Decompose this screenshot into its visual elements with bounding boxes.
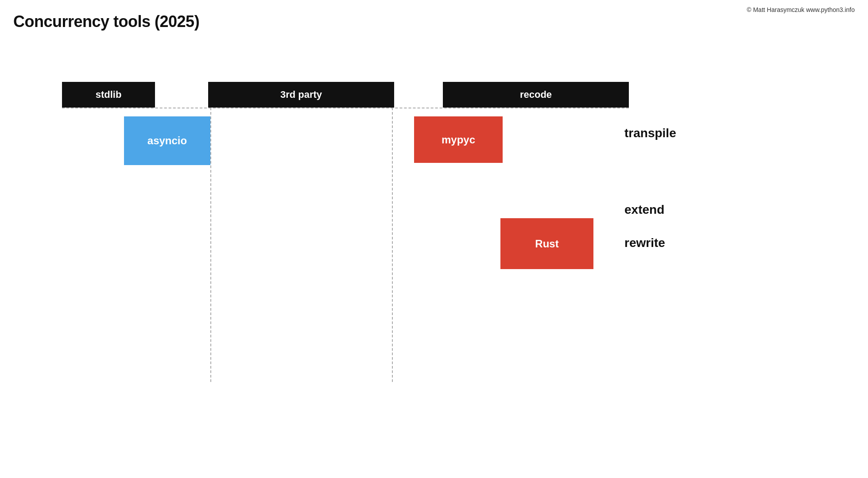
dashed-divider-1 [210, 108, 211, 382]
header-3rdparty: 3rd party [208, 82, 394, 108]
header-row: stdlib 3rd party recode [62, 82, 638, 108]
card-rust: Rust [500, 218, 593, 269]
content-area: asyncio mypyc Rust transpile extend rewr… [62, 108, 629, 382]
copyright-text: © Matt Harasymczuk www.python3.info [747, 6, 855, 13]
diagram: stdlib 3rd party recode asyncio mypyc Ru… [62, 82, 638, 392]
card-mypyc: mypyc [414, 116, 503, 163]
label-extend: extend [624, 203, 664, 217]
header-recode: recode [443, 82, 629, 108]
dashed-top-line [62, 108, 629, 108]
label-rewrite: rewrite [624, 236, 665, 250]
card-asyncio: asyncio [124, 116, 210, 165]
dashed-divider-2 [392, 108, 393, 382]
label-transpile: transpile [624, 126, 676, 140]
page-title: Concurrency tools (2025) [13, 12, 199, 31]
header-stdlib: stdlib [62, 82, 155, 108]
